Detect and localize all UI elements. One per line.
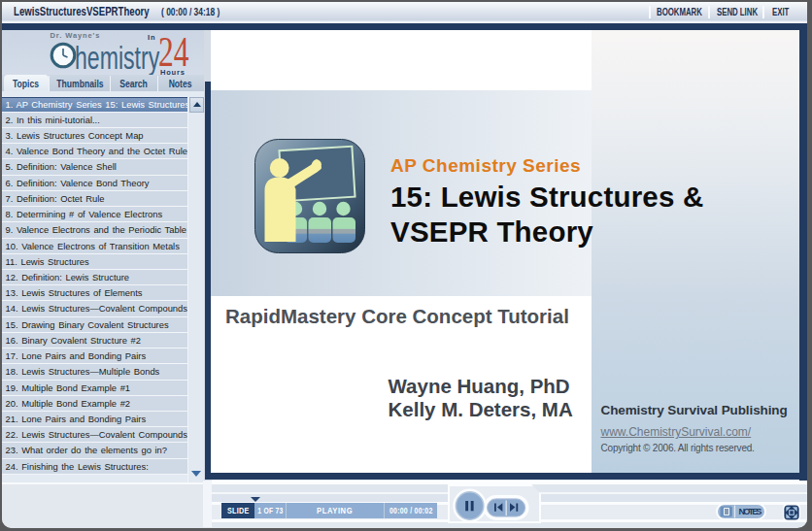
svg-text:NOTES: NOTES [739,507,762,516]
